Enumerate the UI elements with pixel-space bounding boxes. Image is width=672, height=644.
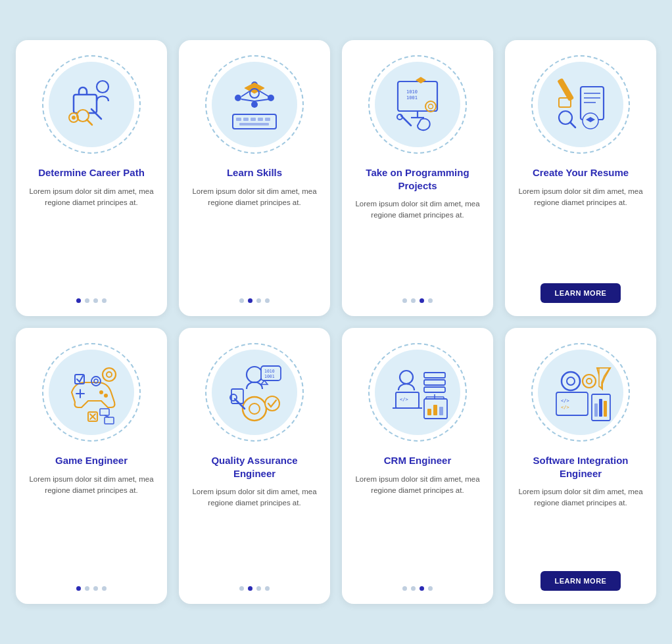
svg-rect-77 <box>433 405 437 415</box>
dot-2[interactable] <box>256 298 261 303</box>
svg-point-1 <box>97 81 108 93</box>
card-software-integration: </> </> Software Integration EngineerLor… <box>505 328 656 604</box>
svg-text:</>: </> <box>561 398 569 403</box>
dot-2[interactable] <box>420 298 424 303</box>
card-description: Lorem ipsum dolor sit dim amet, mea regi… <box>26 474 156 578</box>
dot-3[interactable] <box>102 586 107 591</box>
svg-rect-22 <box>239 123 269 126</box>
card-title: Learn Skills <box>227 166 282 179</box>
card-title: Take on Programming Projects <box>352 166 483 192</box>
card-qa-engineer: 1010 1001 Quality Assurance EngineerLore… <box>179 328 330 604</box>
card-description: Lorem ipsum dolor sit dim amet, mea regi… <box>352 198 483 289</box>
svg-line-40 <box>570 122 575 127</box>
card-grid: Determine Career PathLorem ipsum dolor s… <box>16 40 656 604</box>
dot-2[interactable] <box>93 586 98 591</box>
dot-1[interactable] <box>248 298 252 303</box>
svg-point-9 <box>268 95 274 101</box>
svg-rect-73 <box>424 380 445 385</box>
svg-point-63 <box>265 396 279 411</box>
dot-2[interactable] <box>93 298 98 303</box>
dot-1[interactable] <box>85 298 89 303</box>
dot-0[interactable] <box>402 298 407 303</box>
card-icon-determine-career-path <box>39 52 144 157</box>
svg-point-83 <box>562 372 580 390</box>
svg-point-44 <box>99 390 103 394</box>
card-game-engineer: Game EngineerLorem ipsum dolor sit dim a… <box>16 328 167 604</box>
game-icon <box>55 356 128 428</box>
svg-text:</>: </> <box>561 405 569 410</box>
dot-1[interactable] <box>85 586 89 591</box>
dot-1[interactable] <box>248 586 252 591</box>
svg-point-85 <box>583 375 596 388</box>
dot-1[interactable] <box>411 586 416 591</box>
svg-rect-78 <box>439 407 443 415</box>
svg-point-62 <box>249 403 260 414</box>
dot-0[interactable] <box>239 298 244 303</box>
card-title: CRM Engineer <box>384 454 452 467</box>
svg-rect-18 <box>243 118 249 121</box>
dot-0[interactable] <box>76 298 81 303</box>
svg-rect-20 <box>258 118 263 121</box>
svg-point-67 <box>400 371 413 384</box>
svg-rect-72 <box>424 373 445 378</box>
svg-text:1001: 1001 <box>264 374 275 379</box>
dot-3[interactable] <box>428 586 433 591</box>
svg-point-46 <box>103 368 116 381</box>
svg-rect-89 <box>599 399 602 417</box>
svg-point-57 <box>247 367 262 382</box>
svg-point-5 <box>72 116 76 120</box>
card-determine-career-path: Determine Career PathLorem ipsum dolor s… <box>16 40 167 316</box>
svg-point-8 <box>235 95 241 101</box>
svg-rect-88 <box>594 403 598 417</box>
dot-3[interactable] <box>265 298 270 303</box>
skills-icon <box>218 68 291 141</box>
learn-more-button[interactable]: LEARN MORE <box>540 283 621 303</box>
svg-rect-76 <box>427 409 431 415</box>
card-title: Determine Career Path <box>38 166 145 179</box>
card-icon-game-engineer <box>39 340 144 445</box>
career-icon <box>55 68 128 141</box>
card-programming-projects: 1010 1001 Take on Programming ProjectsLo… <box>342 40 493 316</box>
pagination-dots <box>402 586 433 591</box>
card-description: Lorem ipsum dolor sit dim amet, mea regi… <box>516 186 646 275</box>
dot-0[interactable] <box>239 586 244 591</box>
dot-2[interactable] <box>256 586 261 591</box>
card-title: Software Integration Engineer <box>516 454 646 480</box>
programming-icon: 1010 1001 <box>381 68 454 141</box>
card-title: Create Your Resume <box>533 166 629 179</box>
card-description: Lorem ipsum dolor sit dim amet, mea regi… <box>516 486 646 562</box>
card-description: Lorem ipsum dolor sit dim amet, mea regi… <box>26 186 156 290</box>
card-icon-software-integration: </> </> <box>528 340 633 445</box>
card-description: Lorem ipsum dolor sit dim amet, mea regi… <box>189 186 320 290</box>
card-description: Lorem ipsum dolor sit dim amet, mea regi… <box>352 474 483 578</box>
svg-line-13 <box>241 99 254 101</box>
dot-0[interactable] <box>402 586 407 591</box>
learn-more-button[interactable]: LEARN MORE <box>540 571 621 591</box>
svg-rect-90 <box>604 401 607 417</box>
integration-icon: </> </> <box>544 356 617 428</box>
card-icon-programming-projects: 1010 1001 <box>365 52 470 157</box>
crm-icon: </> <box>381 356 454 428</box>
svg-point-47 <box>107 372 112 377</box>
svg-rect-55 <box>105 417 114 424</box>
svg-line-14 <box>254 99 269 101</box>
card-title: Quality Assurance Engineer <box>189 454 320 480</box>
dot-3[interactable] <box>265 586 270 591</box>
dot-2[interactable] <box>420 586 424 591</box>
pagination-dots <box>239 586 270 591</box>
pagination-dots <box>76 586 107 591</box>
svg-rect-17 <box>236 118 241 121</box>
dot-0[interactable] <box>76 586 81 591</box>
svg-point-86 <box>587 379 592 384</box>
card-crm-engineer: </> CRM EngineerLorem ipsum dolor sit di… <box>342 328 493 604</box>
svg-rect-19 <box>251 118 256 121</box>
card-create-resume: Create Your ResumeLorem ipsum dolor sit … <box>505 40 656 316</box>
card-icon-create-resume <box>528 52 633 157</box>
svg-text:1010: 1010 <box>406 89 418 95</box>
dot-3[interactable] <box>102 298 107 303</box>
card-title: Game Engineer <box>55 454 128 467</box>
svg-rect-74 <box>424 387 445 392</box>
svg-text:1001: 1001 <box>406 95 418 101</box>
dot-1[interactable] <box>411 298 416 303</box>
dot-3[interactable] <box>428 298 433 303</box>
